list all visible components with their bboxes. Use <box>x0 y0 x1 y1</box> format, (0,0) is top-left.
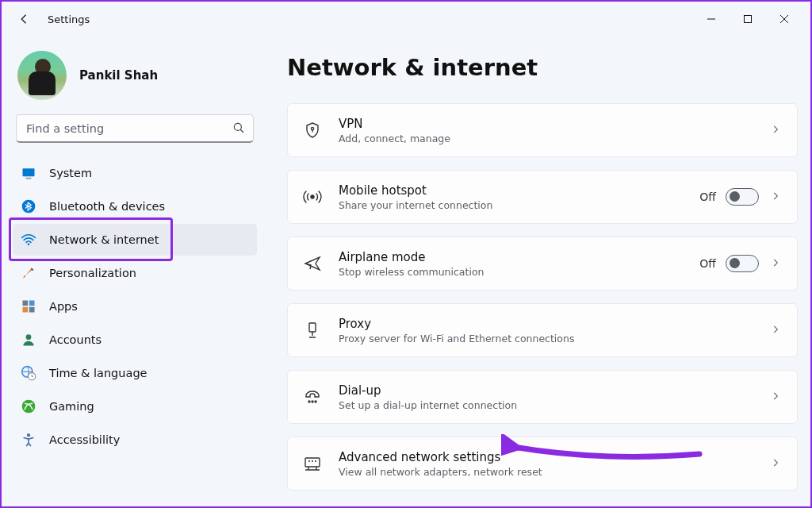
svg-point-15 <box>22 400 36 414</box>
sidebar-item-label: System <box>49 167 92 179</box>
svg-point-22 <box>315 401 316 402</box>
sidebar-item-accounts[interactable]: Accounts <box>13 324 257 356</box>
sidebar-item-label: Accounts <box>49 333 102 346</box>
card-desc: Proxy server for Wi-Fi and Ethernet conn… <box>339 333 759 344</box>
sidebar-item-time[interactable]: Time & language <box>13 357 257 389</box>
card-vpn[interactable]: VPN Add, connect, manage <box>287 103 798 157</box>
chevron-right-icon <box>770 323 781 338</box>
toggle-state-label: Off <box>699 190 716 203</box>
sidebar-item-label: Personalization <box>49 267 136 279</box>
search-container <box>16 114 254 143</box>
svg-rect-4 <box>23 168 35 176</box>
sidebar-item-accessibility[interactable]: Accessibility <box>13 424 257 456</box>
globe-clock-icon <box>21 365 36 381</box>
sidebar-item-label: Time & language <box>49 367 147 379</box>
svg-rect-19 <box>309 323 316 332</box>
svg-rect-23 <box>305 458 320 467</box>
dialup-icon <box>302 387 323 407</box>
svg-point-17 <box>311 127 313 129</box>
card-title: Advanced network settings <box>339 450 759 464</box>
svg-rect-10 <box>23 307 29 313</box>
window-title: Settings <box>48 13 90 25</box>
chevron-right-icon <box>770 123 781 138</box>
title-bar: Settings <box>2 2 810 37</box>
settings-cards: VPN Add, connect, manage Mobile hotspot … <box>287 103 798 491</box>
card-airplane-mode[interactable]: Airplane mode Stop wireless communicatio… <box>287 237 798 291</box>
sidebar-item-system[interactable]: System <box>13 157 257 189</box>
system-icon <box>21 165 36 181</box>
card-desc: Stop wireless communication <box>339 266 699 278</box>
svg-point-16 <box>27 433 30 437</box>
card-proxy[interactable]: Proxy Proxy server for Wi-Fi and Etherne… <box>287 303 798 357</box>
page-title: Network & internet <box>287 54 798 81</box>
card-title: VPN <box>339 117 759 131</box>
sidebar-item-personalization[interactable]: Personalization <box>13 257 257 289</box>
bluetooth-icon <box>21 198 36 214</box>
card-title: Proxy <box>339 317 759 331</box>
sidebar-item-network[interactable]: Network & internet <box>13 224 257 256</box>
sidebar-item-label: Apps <box>49 300 78 313</box>
wifi-icon <box>21 232 36 248</box>
xbox-icon <box>21 398 36 414</box>
airplane-icon <box>302 253 323 274</box>
apps-icon <box>21 298 36 314</box>
svg-rect-11 <box>29 307 35 313</box>
svg-point-18 <box>311 195 314 198</box>
proxy-icon <box>302 320 323 341</box>
svg-point-12 <box>26 334 32 340</box>
svg-rect-1 <box>745 16 752 23</box>
sidebar-item-apps[interactable]: Apps <box>13 291 257 322</box>
network-adapter-icon <box>302 453 323 474</box>
profile-block[interactable]: Pankil Shah <box>11 44 259 114</box>
hotspot-icon <box>302 187 323 207</box>
card-desc: Share your internet connection <box>339 199 699 211</box>
chevron-right-icon <box>770 390 781 405</box>
card-mobile-hotspot[interactable]: Mobile hotspot Share your internet conne… <box>287 170 798 224</box>
card-advanced-network[interactable]: Advanced network settings View all netwo… <box>287 437 798 491</box>
svg-point-21 <box>312 401 313 402</box>
sidebar: Pankil Shah System Bluetooth & devices <box>2 37 263 506</box>
main-panel: Network & internet VPN Add, connect, man… <box>263 37 810 506</box>
chevron-right-icon <box>770 256 781 271</box>
maximize-button[interactable] <box>730 6 766 32</box>
card-desc: View all network adapters, network reset <box>339 466 759 478</box>
sidebar-item-bluetooth[interactable]: Bluetooth & devices <box>13 190 257 222</box>
chevron-right-icon <box>770 456 781 471</box>
minimize-button[interactable] <box>693 6 730 32</box>
toggle-state-label: Off <box>699 257 716 270</box>
card-title: Dial-up <box>339 383 759 398</box>
card-desc: Set up a dial-up internet connection <box>339 399 759 411</box>
sidebar-item-label: Network & internet <box>49 233 159 246</box>
accessibility-icon <box>21 432 36 448</box>
profile-name: Pankil Shah <box>79 68 158 83</box>
avatar <box>17 51 67 100</box>
back-button[interactable] <box>16 10 33 28</box>
card-dialup[interactable]: Dial-up Set up a dial-up internet connec… <box>287 370 798 424</box>
svg-rect-8 <box>23 301 29 306</box>
sidebar-item-label: Gaming <box>49 400 94 413</box>
paintbrush-icon <box>21 265 36 281</box>
svg-point-20 <box>308 401 310 402</box>
person-icon <box>21 332 36 348</box>
svg-rect-9 <box>29 301 35 306</box>
close-button[interactable] <box>766 6 802 32</box>
window-controls <box>693 6 802 32</box>
svg-rect-5 <box>26 178 32 179</box>
card-title: Mobile hotspot <box>339 183 699 198</box>
nav-list: System Bluetooth & devices Network & int… <box>11 157 259 456</box>
sidebar-item-gaming[interactable]: Gaming <box>13 391 257 422</box>
airplane-toggle[interactable] <box>726 255 759 272</box>
shield-key-icon <box>302 120 323 140</box>
search-input[interactable] <box>16 114 254 143</box>
svg-point-7 <box>28 244 30 246</box>
chevron-right-icon <box>770 190 781 205</box>
hotspot-toggle[interactable] <box>726 188 759 206</box>
card-desc: Add, connect, manage <box>339 133 759 144</box>
sidebar-item-label: Bluetooth & devices <box>49 200 165 213</box>
card-title: Airplane mode <box>339 250 699 264</box>
sidebar-item-label: Accessibility <box>49 433 120 446</box>
